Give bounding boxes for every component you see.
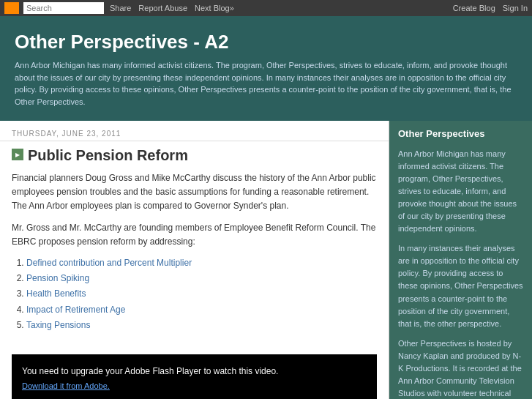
site-header: Other Perspectives - A2 Ann Arbor Michig…	[0, 16, 532, 121]
sidebar-para2: In many instances their analyses are in …	[398, 242, 523, 329]
list-item: Health Benefits	[26, 287, 377, 301]
site-title: Other Perspectives - A2	[15, 31, 517, 53]
sidebar: Other Perspectives Ann Arbor Michigan ha…	[389, 121, 532, 399]
content-area: Thursday, June 23, 2011 Public Pension R…	[0, 121, 532, 399]
sidebar-para3: Other Perspectives is hosted by Nancy Ka…	[398, 338, 523, 399]
post-date: Thursday, June 23, 2011	[0, 121, 389, 141]
share-link[interactable]: Share	[110, 4, 131, 12]
post-list: Defined contribution and Percent Multipl…	[26, 256, 377, 332]
report-abuse-link[interactable]: Report Abuse	[138, 4, 187, 12]
blogger-logo[interactable]	[4, 2, 19, 14]
video-upgrade-text: You need to upgrade your Adobe Flash Pla…	[22, 366, 367, 376]
post-title-row: Public Pension Reform	[0, 141, 389, 167]
post-body: Financial planners Doug Gross and Mike M…	[0, 167, 389, 347]
video-download-link[interactable]: Download it from Adobe.	[22, 381, 110, 390]
topbar: Share Report Abuse Next Blog» Create Blo…	[0, 0, 532, 16]
post-title: Public Pension Reform	[28, 147, 188, 164]
site-description: Ann Arbor Michigan has many informed act…	[15, 59, 512, 108]
sidebar-para1: Ann Arbor Michigan has many informed act…	[398, 148, 523, 235]
list-item: Defined contribution and Percent Multipl…	[26, 256, 377, 270]
sign-in-link[interactable]: Sign In	[503, 4, 528, 12]
next-blog-link[interactable]: Next Blog»	[195, 4, 234, 12]
list-item: Impact of Retirement Age	[26, 303, 377, 317]
post-paragraph-1: Financial planners Doug Gross and Mike M…	[12, 171, 377, 214]
list-item: Taxing Pensions	[26, 318, 377, 332]
main-column: Thursday, June 23, 2011 Public Pension R…	[0, 121, 389, 399]
sidebar-title: Other Perspectives	[398, 128, 523, 142]
create-blog-link[interactable]: Create Blog	[453, 4, 495, 12]
search-input[interactable]	[23, 2, 104, 14]
video-box: You need to upgrade your Adobe Flash Pla…	[12, 354, 377, 399]
post-paragraph-2: Mr. Gross and Mr. McCarthy are founding …	[12, 221, 377, 249]
post-icon	[12, 149, 23, 160]
list-item: Pension Spiking	[26, 272, 377, 286]
